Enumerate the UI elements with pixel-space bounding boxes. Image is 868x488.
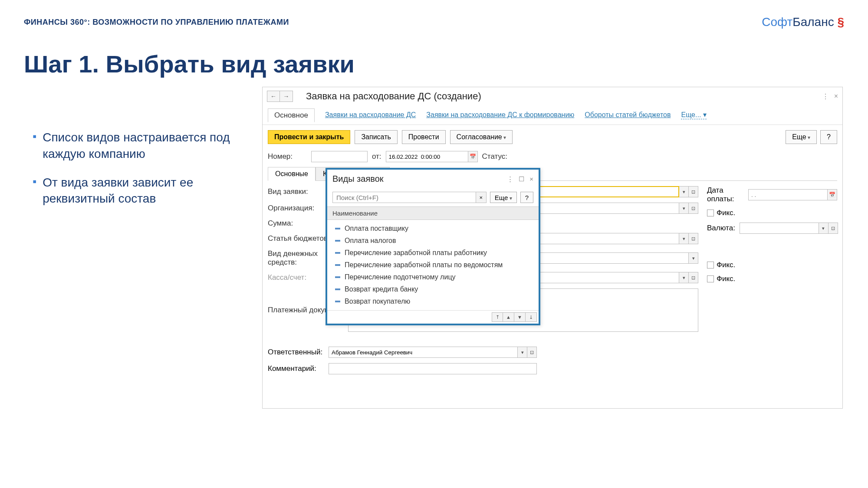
list-item[interactable]: Перечисление заработной платы работнику (327, 247, 539, 259)
number-input[interactable] (311, 151, 368, 162)
approval-button[interactable]: Согласование (450, 130, 513, 144)
item-icon (335, 252, 340, 254)
page-title: Шаг 1. Выбрать вид заявки (24, 50, 355, 78)
item-icon (335, 301, 340, 302)
logo-icon: § (837, 15, 844, 29)
window-title: Заявка на расходование ДС (создание) (306, 91, 481, 102)
status-label: Статус: (482, 152, 507, 161)
post-and-close-button[interactable]: Провести и закрыть (268, 130, 350, 144)
calendar-icon[interactable] (468, 151, 478, 162)
popup-title: Виды заявок (332, 174, 507, 184)
dropdown-icon[interactable]: ▾ (679, 203, 689, 214)
currency-input[interactable] (740, 223, 819, 234)
from-label: от: (372, 152, 381, 161)
list-item[interactable]: Возврат покупателю (327, 295, 539, 308)
item-icon (335, 276, 340, 278)
nav-first-icon[interactable]: ⤒ (492, 312, 503, 322)
list-item[interactable]: Перечисление подотчетному лицу (327, 271, 539, 283)
bullet-text: Список видов настраивается под каждую ко… (43, 129, 250, 162)
request-types-popup: Виды заявок ⋮ ☐ × × Еще ? Наименование О… (326, 168, 540, 325)
slide-header: ФИНАНСЫ 360°: ВОЗМОЖНОСТИ ПО УПРАВЛЕНИЮ … (24, 18, 289, 27)
popup-list: Оплата поставщику Оплата налогов Перечис… (327, 220, 539, 310)
item-icon (335, 288, 340, 290)
fixed-checkbox[interactable] (707, 210, 714, 216)
list-item[interactable]: Оплата поставщику (327, 223, 539, 235)
nav-last-icon[interactable]: ⤓ (526, 312, 537, 322)
clear-search-icon[interactable]: × (476, 192, 487, 203)
close-icon[interactable]: × (834, 92, 838, 101)
post-button[interactable]: Провести (402, 130, 446, 144)
open-icon[interactable]: ⊡ (689, 186, 698, 197)
list-item: ▪ Список видов настраивается под каждую … (33, 129, 250, 162)
number-label: Номер: (268, 152, 307, 161)
dropdown-icon[interactable]: ▾ (679, 186, 689, 197)
window-titlebar: ← → Заявка на расходование ДС (создание)… (263, 87, 842, 105)
tab-main[interactable]: Основное (268, 108, 315, 122)
list-item[interactable]: Перечисление заработной платы по ведомос… (327, 259, 539, 271)
dropdown-icon[interactable]: ▾ (679, 233, 689, 244)
fixed-label: Фикс. (717, 261, 735, 269)
dropdown-icon[interactable]: ▾ (679, 272, 689, 283)
logo: СофтБаланс § (762, 15, 844, 29)
responsible-input[interactable] (329, 347, 518, 358)
list-item[interactable]: Оплата налогов (327, 235, 539, 247)
search-input[interactable] (332, 192, 476, 203)
toolbar: Провести и закрыть Записать Провести Сог… (263, 125, 842, 149)
tab-basic[interactable]: Основные (268, 167, 316, 181)
date-input[interactable] (386, 151, 468, 162)
open-icon[interactable]: ⊡ (829, 223, 838, 234)
item-icon (335, 240, 340, 242)
dropdown-icon[interactable]: ▾ (689, 252, 698, 264)
maximize-icon[interactable]: ☐ (519, 175, 524, 183)
bullet-icon: ▪ (33, 174, 36, 207)
nav-forward-button[interactable]: → (280, 91, 293, 102)
fixed-checkbox-3[interactable] (707, 275, 714, 282)
fixed-label: Фикс. (717, 275, 735, 283)
open-icon[interactable]: ⊡ (527, 347, 537, 358)
bullet-text: От вида заявки зависит ее реквизитный со… (43, 174, 250, 207)
logo-soft: Софт (762, 15, 792, 29)
currency-label: Валюта: (707, 224, 735, 233)
calendar-icon[interactable] (828, 189, 837, 200)
nav-up-icon[interactable]: ▲ (503, 312, 514, 322)
fixed-label: Фикс. (717, 209, 735, 217)
tab-requests[interactable]: Заявки на расходование ДС (325, 111, 416, 119)
dropdown-icon[interactable]: ▾ (819, 223, 829, 234)
bullet-list: ▪ Список видов настраивается под каждую … (33, 129, 250, 219)
save-button[interactable]: Записать (355, 130, 397, 144)
column-header: Наименование (327, 206, 539, 220)
nav-back-button[interactable]: ← (267, 91, 280, 102)
nav-down-icon[interactable]: ▼ (514, 312, 526, 322)
comment-label: Комментарий: (268, 364, 324, 373)
menu-icon[interactable]: ⋮ (507, 175, 513, 183)
more-button[interactable]: Еще (786, 130, 817, 144)
logo-balance: Баланс (792, 15, 834, 29)
payment-date-label: Дата оплаты: (707, 186, 744, 203)
bullet-icon: ▪ (33, 129, 36, 162)
open-icon[interactable]: ⊡ (689, 233, 698, 244)
tab-more[interactable]: Еще... ▾ (681, 111, 706, 119)
open-icon[interactable]: ⊡ (689, 203, 698, 214)
comment-input[interactable] (329, 363, 537, 374)
tab-requests-forming[interactable]: Заявки на расходование ДС к формированию (426, 111, 574, 119)
tab-bar: Основное Заявки на расходование ДС Заявк… (263, 105, 842, 125)
menu-icon[interactable]: ⋮ (822, 92, 829, 101)
open-icon[interactable]: ⊡ (689, 272, 698, 283)
fixed-checkbox-2[interactable] (707, 262, 714, 269)
more-button[interactable]: Еще (490, 192, 517, 203)
payment-date-input[interactable] (748, 189, 828, 200)
item-icon (335, 228, 340, 229)
help-button[interactable]: ? (520, 192, 533, 203)
list-item: ▪ От вида заявки зависит ее реквизитный … (33, 174, 250, 207)
close-icon[interactable]: × (529, 175, 533, 183)
responsible-label: Ответственный: (268, 348, 324, 357)
app-window: ← → Заявка на расходование ДС (создание)… (262, 87, 843, 409)
item-icon (335, 264, 340, 266)
list-item[interactable]: Возврат кредита банку (327, 283, 539, 295)
dropdown-icon[interactable]: ▾ (518, 347, 527, 358)
help-button[interactable]: ? (820, 130, 837, 144)
tab-budget-turnover[interactable]: Обороты статей бюджетов (585, 111, 671, 119)
header-fields-row: Номер: от: Статус: (263, 149, 842, 164)
